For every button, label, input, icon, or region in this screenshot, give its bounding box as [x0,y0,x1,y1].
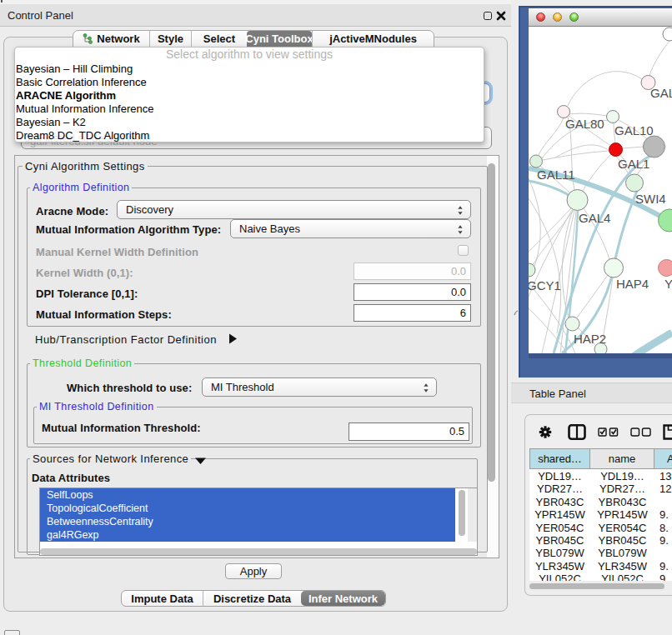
svg-text:SWI4: SWI4 [635,192,666,206]
svg-text:GAL10: GAL10 [614,123,654,138]
svg-text:GAL4: GAL4 [579,211,610,225]
svg-text:GCY1: GCY1 [529,278,561,292]
svg-text:HAP4: HAP4 [616,277,649,291]
svg-text:YJ: YJ [664,277,672,291]
svg-text:GAL2: GAL2 [650,86,672,100]
svg-text:GAL1: GAL1 [618,157,649,171]
svg-text:GAL11: GAL11 [537,168,575,182]
svg-text:HAP2: HAP2 [574,332,606,346]
svg-text:GAL80: GAL80 [565,117,604,131]
